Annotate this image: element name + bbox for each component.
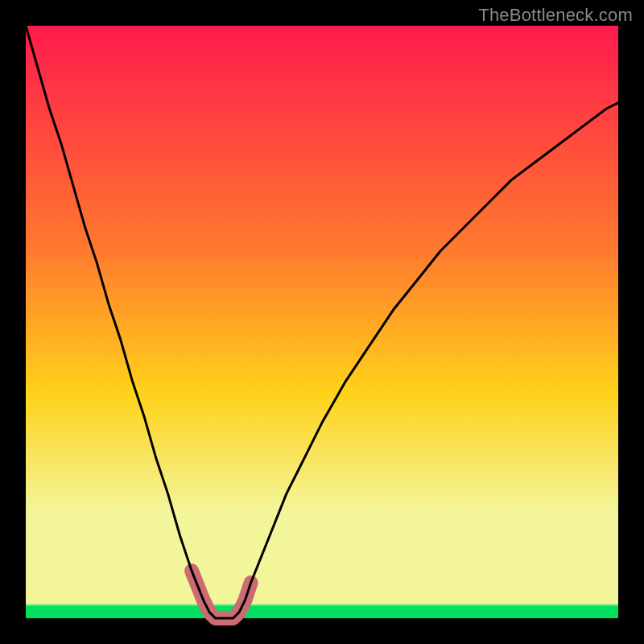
chart-svg bbox=[0, 0, 644, 644]
watermark-text: TheBottleneck.com bbox=[478, 5, 633, 26]
